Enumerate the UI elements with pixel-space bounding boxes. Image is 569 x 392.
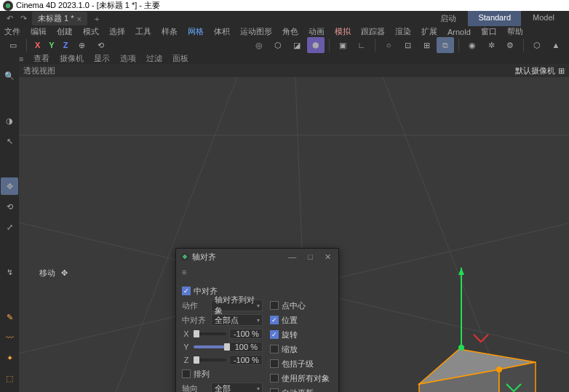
brush-tool[interactable]: ✎ [1, 308, 18, 326]
mode-axis-icon[interactable]: ∟ [353, 37, 370, 53]
workplane-icon[interactable]: ◉ [463, 37, 481, 53]
arrange-checkbox[interactable] [182, 369, 191, 378]
world-icon[interactable]: ⊕ [73, 37, 90, 53]
viewport-camera[interactable]: 摄像机 [60, 53, 84, 64]
y-value[interactable]: 100 % [229, 342, 263, 352]
viewport-menu: ≡ 查看 摄像机 显示 选项 过滤 面板 [0, 53, 569, 64]
sculpt-tool[interactable]: 〰 [1, 329, 18, 346]
menu-help[interactable]: 帮助 [507, 26, 523, 37]
menu-select[interactable]: 选择 [109, 26, 125, 37]
menu-character[interactable]: 角色 [282, 26, 298, 37]
lasso-tool[interactable]: ↖ [1, 132, 18, 150]
position-checkbox[interactable] [270, 316, 279, 324]
lock-icon[interactable]: ⟲ [92, 37, 109, 53]
viewport-options[interactable]: 选项 [120, 53, 136, 64]
asset-icon[interactable]: ▲ [547, 37, 565, 53]
search-icon[interactable]: 🔍 [1, 67, 18, 84]
rotate-tool[interactable]: ⟲ [1, 198, 18, 215]
frame-icon[interactable]: ▭ [4, 37, 22, 53]
menu-spline[interactable]: 样条 [162, 26, 178, 37]
use-all-obj-checkbox[interactable] [270, 374, 279, 383]
dialog-titlebar[interactable]: 轴对齐 — □ ✕ [176, 249, 338, 265]
axis-y-toggle[interactable]: Y [45, 39, 57, 51]
point-center-checkbox[interactable] [270, 301, 279, 310]
y-slider[interactable] [194, 345, 226, 348]
scale-tool[interactable]: ⤢ [1, 218, 18, 236]
menu-edit[interactable]: 编辑 [31, 26, 47, 37]
dialog-close-button[interactable]: ✕ [322, 252, 334, 262]
layout-launch-tab[interactable]: 启动 [430, 11, 466, 26]
menu-render[interactable]: 渲染 [395, 26, 411, 37]
viewport[interactable]: 透视视图 默认摄像机 ⊞ [19, 64, 569, 392]
viewport-camera-selector[interactable]: 默认摄像机 ⊞ [515, 65, 565, 76]
forward-button[interactable]: ↷ [18, 14, 29, 23]
menu-create[interactable]: 创建 [57, 26, 73, 37]
viewport-panel[interactable]: 面板 [172, 53, 188, 64]
dialog-icon [180, 252, 189, 261]
axis-x-toggle[interactable]: X [31, 39, 44, 51]
snap-point-icon[interactable]: ○ [380, 37, 397, 53]
snap-grid-icon[interactable]: ⊞ [418, 37, 435, 53]
layout-standard-tab[interactable]: Standard [468, 11, 521, 26]
menu-window[interactable]: 窗口 [481, 26, 497, 37]
material-icon[interactable]: ⬢ [307, 37, 325, 53]
auto-update-checkbox[interactable] [270, 388, 279, 392]
content-browser-icon[interactable]: ⬡ [528, 37, 546, 53]
menu-file[interactable]: 文件 [4, 26, 20, 37]
knife-tool[interactable]: ✦ [1, 349, 18, 367]
include-child-checkbox[interactable] [270, 359, 279, 368]
menu-mesh[interactable]: 网格 [188, 26, 204, 37]
viewport-hamburger-icon[interactable]: ≡ [19, 55, 23, 63]
viewport-view[interactable]: 查看 [33, 53, 49, 64]
alignto-dropdown[interactable]: 全部点 [211, 314, 263, 326]
menu-tracker[interactable]: 跟踪器 [361, 26, 385, 37]
extrude-tool[interactable]: ⬚ [1, 369, 18, 387]
mode-object-icon[interactable]: ▣ [334, 37, 351, 53]
menu-tools[interactable]: 工具 [135, 26, 151, 37]
cube-object[interactable] [405, 268, 550, 392]
select-tool[interactable]: ◑ [1, 112, 18, 129]
viewport-filter[interactable]: 过滤 [146, 53, 162, 64]
dialog-minimize-button[interactable]: — [285, 252, 299, 262]
scale-checkbox [270, 345, 279, 353]
viewport-display[interactable]: 显示 [94, 53, 110, 64]
axis-z-toggle[interactable]: Z [60, 39, 72, 51]
menu-arnold[interactable]: Arnold [447, 28, 471, 36]
move-cross-icon: ✥ [61, 268, 68, 278]
menu-mode[interactable]: 模式 [83, 26, 99, 37]
back-button[interactable]: ↶ [4, 14, 15, 23]
svg-point-10 [496, 367, 502, 372]
document-tab[interactable]: 未标题 1 * × [32, 12, 87, 25]
snap-intersect-icon[interactable]: ⧉ [437, 37, 454, 53]
symmetry-icon[interactable]: ✲ [482, 37, 500, 53]
add-tab-button[interactable]: + [90, 15, 103, 23]
tool-hint: 移动 ✥ [39, 268, 68, 279]
z-value[interactable]: -100 % [229, 355, 263, 365]
snap-edge-icon[interactable]: ⊡ [399, 37, 416, 53]
dialog-maximize-button[interactable]: □ [305, 252, 316, 262]
x-slider[interactable] [194, 332, 226, 335]
rotation-checkbox[interactable] [270, 330, 279, 339]
action-dropdown[interactable]: 轴对齐到对象 [211, 300, 263, 311]
menu-extensions[interactable]: 扩展 [421, 26, 437, 37]
render-view-icon[interactable]: ◎ [250, 37, 268, 53]
close-tab-icon[interactable]: × [77, 15, 81, 23]
axis-align-dialog[interactable]: 轴对齐 — □ ✕ ≡ 中对齐 动作轴对齐到对象 中对齐全部点 X-100 % … [175, 248, 339, 392]
dialog-menu-icon[interactable]: ≡ [176, 265, 338, 279]
svg-point-9 [458, 345, 464, 351]
move-tool[interactable]: ✥ [1, 177, 18, 195]
menu-volume[interactable]: 体积 [214, 26, 230, 37]
layout-model-tab[interactable]: Model [522, 11, 565, 26]
menu-animate[interactable]: 动画 [309, 26, 325, 37]
menu-mograph[interactable]: 运动图形 [240, 26, 272, 37]
z-slider[interactable] [194, 359, 226, 361]
titlebar: Cinema 4D 2023.1.0 - [未标题 1 *] - 主要 [0, 0, 569, 11]
gear-icon[interactable]: ⚙ [501, 37, 519, 53]
viewport-header: 透视视图 默认摄像机 ⊞ [19, 64, 569, 77]
menu-simulate[interactable]: 模拟 [335, 26, 351, 37]
recent-tool[interactable]: ↯ [1, 263, 18, 281]
render-settings-icon[interactable]: ⬡ [269, 37, 287, 53]
center-align-checkbox[interactable] [182, 287, 191, 295]
x-value[interactable]: -100 % [229, 329, 263, 339]
picture-viewer-icon[interactable]: ◪ [288, 37, 306, 53]
